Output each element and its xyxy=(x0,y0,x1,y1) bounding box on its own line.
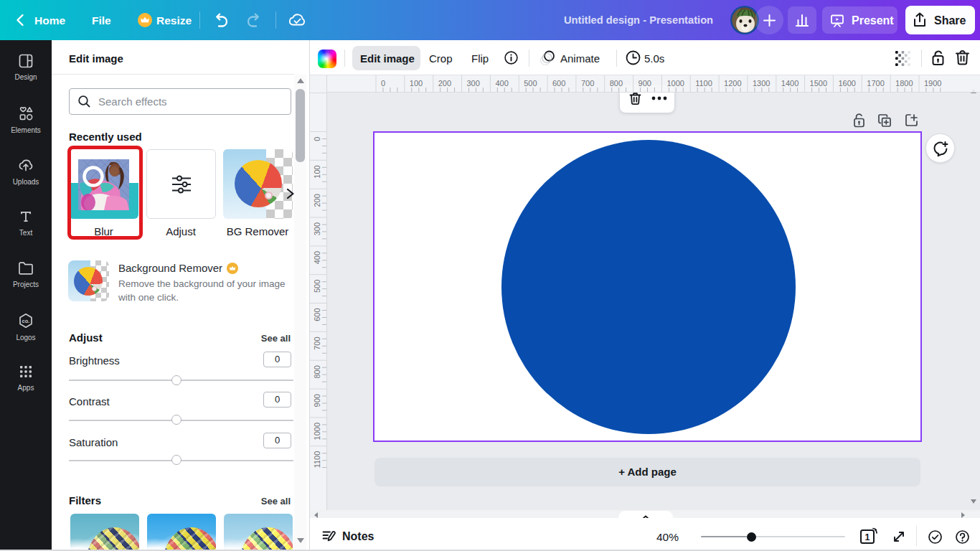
svg-text:600: 600 xyxy=(552,79,565,88)
svg-text:0: 0 xyxy=(381,79,385,88)
svg-text:400: 400 xyxy=(313,251,321,264)
svg-text:200: 200 xyxy=(313,194,321,207)
svg-text:900: 900 xyxy=(639,79,651,88)
svg-text:800: 800 xyxy=(610,79,623,88)
svg-text:co.: co. xyxy=(22,318,30,324)
svg-text:1500: 1500 xyxy=(810,79,827,88)
svg-text:1100: 1100 xyxy=(695,79,712,88)
svg-text:1800: 1800 xyxy=(895,79,913,88)
svg-text:100: 100 xyxy=(410,79,423,88)
svg-text:0: 0 xyxy=(313,137,321,141)
svg-text:1700: 1700 xyxy=(867,79,884,88)
svg-text:1300: 1300 xyxy=(753,79,770,88)
svg-text:700: 700 xyxy=(313,336,321,349)
svg-text:300: 300 xyxy=(467,79,480,88)
svg-text:1100: 1100 xyxy=(313,451,321,468)
svg-text:100: 100 xyxy=(313,165,321,178)
svg-text:800: 800 xyxy=(313,365,321,378)
svg-text:1400: 1400 xyxy=(781,79,798,88)
svg-text:600: 600 xyxy=(313,309,321,321)
svg-text:1600: 1600 xyxy=(838,79,855,88)
svg-text:400: 400 xyxy=(495,79,508,88)
svg-text:300: 300 xyxy=(313,222,321,235)
svg-text:1: 1 xyxy=(865,532,870,542)
svg-text:500: 500 xyxy=(524,79,537,88)
svg-text:1200: 1200 xyxy=(724,79,741,88)
svg-text:700: 700 xyxy=(581,79,594,88)
svg-text:200: 200 xyxy=(438,79,451,88)
svg-text:900: 900 xyxy=(313,394,321,407)
svg-text:500: 500 xyxy=(313,280,321,293)
svg-text:1900: 1900 xyxy=(924,79,941,88)
svg-text:1000: 1000 xyxy=(666,79,684,88)
svg-text:1000: 1000 xyxy=(313,423,321,440)
